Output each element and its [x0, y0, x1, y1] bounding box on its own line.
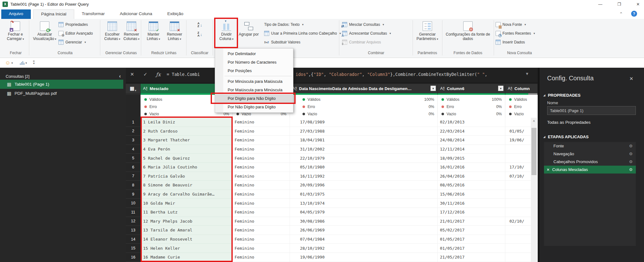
cell[interactable]: 22/03/2014: [438, 127, 505, 136]
gear-icon[interactable]: ⚙: [629, 159, 633, 164]
row-number[interactable]: 8: [126, 181, 141, 190]
cell[interactable]: Feminino: [233, 217, 290, 226]
step-cabecalhos-promovidos[interactable]: Cabeçalhos Promovidos⚙: [544, 158, 636, 166]
cell[interactable]: Feminino: [233, 253, 290, 262]
cell[interactable]: Feminino: [233, 136, 290, 145]
row-number[interactable]: 5: [126, 154, 141, 163]
row-number[interactable]: 9: [126, 190, 141, 199]
refresh-preview-button[interactable]: ⟳ Atualizar Visualização: [31, 20, 58, 50]
recent-sources-button[interactable]: ◷ Fontes Recentes: [496, 30, 535, 37]
cell[interactable]: 4 Eva Perón: [141, 145, 233, 154]
sort-ascending-button[interactable]: AZ↓: [197, 21, 202, 29]
cell[interactable]: 19/06/1990: [290, 253, 438, 262]
applied-steps-section-header[interactable]: ◢ ETAPAS APLICADAS: [543, 134, 589, 139]
cell[interactable]: 7 Patrícia Galvão: [141, 172, 233, 181]
cell[interactable]: Feminino: [233, 199, 290, 208]
filter-button[interactable]: ▾: [498, 86, 503, 91]
cell[interactable]: 05/10/1980: [290, 163, 438, 172]
sort-descending-button[interactable]: ZA↓: [197, 30, 202, 38]
cell[interactable]: 13/10/1974: [290, 199, 438, 208]
row-number[interactable]: 3: [126, 136, 141, 145]
cell[interactable]: Feminino: [233, 127, 290, 136]
cell[interactable]: 26/04/2016: [438, 172, 505, 181]
collapse-ribbon-icon[interactable]: ⌃: [619, 11, 623, 16]
menu-item-por-digito-para-nao-digito[interactable]: Por Dígito para Não Dígito: [215, 94, 293, 103]
row-number[interactable]: 2: [126, 127, 141, 136]
cell[interactable]: 14 Eleanor Roosevelt: [141, 235, 233, 244]
cell[interactable]: Feminino: [233, 145, 290, 154]
properties-section-header[interactable]: ◢ PROPRIEDADES: [543, 93, 580, 98]
row-number[interactable]: 11: [126, 208, 141, 217]
all-properties-link[interactable]: Todas as Propriedades: [547, 120, 591, 125]
row-number[interactable]: 6: [126, 163, 141, 172]
split-column-button[interactable]: Dividir Coluna: [216, 20, 236, 50]
settings-panel-close-icon[interactable]: ✕: [629, 76, 633, 82]
cell[interactable]: 22/10/1979: [290, 154, 438, 163]
cell[interactable]: 12/11/2014: [438, 145, 505, 154]
cell[interactable]: 15/06/2016: [438, 190, 505, 199]
tab-adicionar-coluna[interactable]: Adicionar Coluna: [112, 9, 160, 19]
remove-columns-button[interactable]: ✕ Remover Colunas: [122, 20, 141, 50]
step-navegacao[interactable]: Navegação⚙: [544, 150, 636, 158]
choose-columns-button[interactable]: Escolher Colunas: [103, 20, 121, 50]
properties-button[interactable]: Propriedades: [58, 21, 88, 28]
cell[interactable]: 17/08/1989: [290, 118, 438, 127]
menu-item-por-minuscula-para-maiuscula[interactable]: Por Minúscula para Maiúscula: [215, 77, 293, 86]
tab-pagina-inicial[interactable]: Página Inicial: [33, 9, 74, 19]
row-number[interactable]: 13: [126, 226, 141, 235]
vertical-scrollbar[interactable]: ˄: [531, 118, 537, 262]
cell[interactable]: 26/06/1969: [290, 226, 438, 235]
tab-exibicao[interactable]: Exibição: [160, 9, 191, 19]
cell[interactable]: 01/03/1975: [290, 190, 438, 199]
help-icon[interactable]: ?: [631, 11, 637, 17]
step-fonte[interactable]: Fonte⚙: [544, 142, 636, 150]
column-chart-icon[interactable]: [20, 61, 25, 65]
cell[interactable]: 18/09/2015: [438, 154, 505, 163]
tab-transformar[interactable]: Transformar: [74, 9, 112, 19]
cell[interactable]: 16 Madame Curie: [141, 253, 233, 262]
menu-item-por-posicoes[interactable]: Por Posições: [215, 66, 293, 75]
cell[interactable]: 20/09/1996: [290, 181, 438, 190]
cell[interactable]: Feminino: [233, 244, 290, 253]
formula-text-left[interactable]: = Table.Combi: [167, 72, 200, 77]
query-name-input[interactable]: [547, 106, 636, 115]
cell[interactable]: Feminino: [233, 172, 290, 181]
cell[interactable]: 16/11/1992: [290, 172, 438, 181]
cell[interactable]: 5 Rachel de Queiroz: [141, 154, 233, 163]
cell[interactable]: Feminino: [233, 163, 290, 172]
column-header-data-nascimentodata-de-admissao-data-de-desligamen[interactable]: ABCData NascimentoData de Admissão Data …: [290, 84, 438, 93]
tab-arquivo[interactable]: Arquivo: [1, 9, 31, 19]
step-colunas-mescladas[interactable]: ✕Colunas Mescladas⚙: [544, 166, 636, 174]
cell[interactable]: 30/08/1986: [290, 217, 438, 226]
collapse-queries-panel-icon[interactable]: ‹: [119, 73, 121, 79]
keep-rows-button[interactable]: ✓ Manter Linhas: [143, 20, 164, 50]
column-header-column[interactable]: ABCColumn: [505, 84, 538, 93]
cell[interactable]: 07/04/1984: [290, 235, 438, 244]
data-source-settings-button[interactable]: ⚙ Configurações da fonte de dados: [443, 20, 492, 50]
row-number[interactable]: 7: [126, 172, 141, 181]
gear-icon[interactable]: ⚙: [629, 167, 633, 172]
cell[interactable]: Feminino: [233, 226, 290, 235]
cell[interactable]: 08/05/2016: [438, 181, 505, 190]
first-row-as-header-button[interactable]: Usar a Primeira Linha como Cabeçalho: [264, 30, 341, 37]
cell[interactable]: 31/10/2002: [290, 145, 438, 154]
smiley-feedback-icon[interactable]: ☺: [5, 60, 10, 66]
row-number[interactable]: 10: [126, 199, 141, 208]
close-and-load-button[interactable]: ↷ Fechar e Carregar: [4, 20, 27, 50]
close-button[interactable]: ✕: [635, 2, 641, 7]
combine-files-button[interactable]: ↡ Combinar Arquivos: [342, 38, 381, 46]
manage-query-button[interactable]: Gerenciar: [58, 38, 86, 46]
cell[interactable]: 6 Maria Júlia Coutinho: [141, 163, 233, 172]
scroll-up-icon[interactable]: ˄: [531, 118, 537, 124]
row-number[interactable]: 14: [126, 235, 141, 244]
cell[interactable]: 15 Helen Keller: [141, 244, 233, 253]
cell[interactable]: 10 Golda Meir: [141, 199, 233, 208]
cell[interactable]: 04/05/1979: [290, 208, 438, 217]
group-by-button[interactable]: Agrupar por: [237, 20, 260, 50]
cell[interactable]: 13 Tarsila de Amaral: [141, 226, 233, 235]
row-number[interactable]: 15: [126, 244, 141, 253]
cell[interactable]: Feminino: [233, 208, 290, 217]
cell[interactable]: Feminino: [233, 154, 290, 163]
cell[interactable]: 30/11/2016: [438, 199, 505, 208]
formula-fx-icon[interactable]: ƒx: [156, 71, 161, 77]
